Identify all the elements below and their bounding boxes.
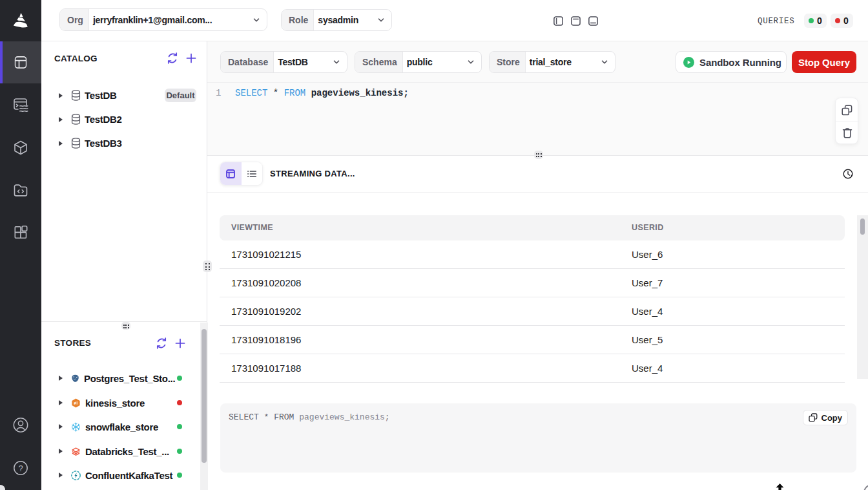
svg-text:?: ? <box>18 463 23 473</box>
